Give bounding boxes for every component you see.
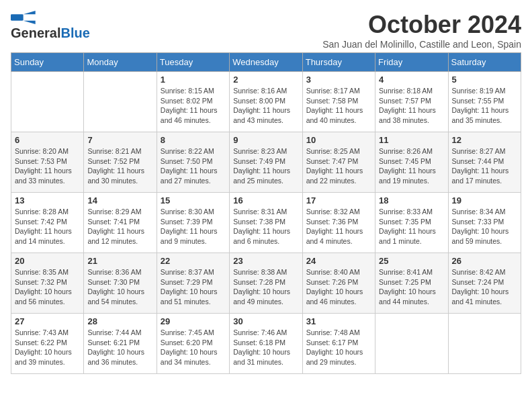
calendar-cell: 4Sunrise: 8:18 AM Sunset: 7:57 PM Daylig… <box>375 72 448 132</box>
day-number: 23 <box>233 256 298 266</box>
calendar-cell <box>448 314 521 374</box>
logo-icon <box>11 11 38 24</box>
day-info: Sunrise: 8:19 AM Sunset: 7:55 PM Dayligh… <box>452 86 517 126</box>
day-info: Sunrise: 8:23 AM Sunset: 7:49 PM Dayligh… <box>233 146 298 186</box>
day-number: 7 <box>87 135 152 145</box>
day-number: 30 <box>233 316 298 326</box>
calendar-cell: 22Sunrise: 8:37 AM Sunset: 7:29 PM Dayli… <box>157 253 229 314</box>
day-info: Sunrise: 8:38 AM Sunset: 7:28 PM Dayligh… <box>233 267 298 307</box>
day-info: Sunrise: 8:33 AM Sunset: 7:35 PM Dayligh… <box>379 207 444 246</box>
svg-marker-1 <box>24 11 36 14</box>
calendar-table: SundayMondayTuesdayWednesdayThursdayFrid… <box>11 52 521 374</box>
day-number: 26 <box>452 256 517 266</box>
day-info: Sunrise: 8:37 AM Sunset: 7:29 PM Dayligh… <box>161 267 226 307</box>
calendar-cell: 20Sunrise: 8:35 AM Sunset: 7:32 PM Dayli… <box>11 253 84 314</box>
day-info: Sunrise: 7:46 AM Sunset: 6:18 PM Dayligh… <box>233 328 298 367</box>
day-number: 27 <box>15 316 80 326</box>
day-number: 1 <box>161 75 226 85</box>
calendar-cell: 13Sunrise: 8:28 AM Sunset: 7:42 PM Dayli… <box>11 193 84 253</box>
calendar-cell: 6Sunrise: 8:20 AM Sunset: 7:53 PM Daylig… <box>11 132 84 193</box>
day-of-week-header: Monday <box>84 53 157 72</box>
day-number: 5 <box>452 75 517 85</box>
calendar-cell: 16Sunrise: 8:31 AM Sunset: 7:38 PM Dayli… <box>230 193 302 253</box>
calendar-cell: 26Sunrise: 8:42 AM Sunset: 7:24 PM Dayli… <box>448 253 521 314</box>
day-info: Sunrise: 7:44 AM Sunset: 6:21 PM Dayligh… <box>87 328 152 367</box>
day-of-week-header: Tuesday <box>157 53 229 72</box>
logo: GeneralBlue <box>11 11 90 41</box>
day-info: Sunrise: 8:32 AM Sunset: 7:36 PM Dayligh… <box>306 207 371 246</box>
calendar-cell: 30Sunrise: 7:46 AM Sunset: 6:18 PM Dayli… <box>230 314 302 374</box>
day-info: Sunrise: 8:30 AM Sunset: 7:39 PM Dayligh… <box>161 207 226 246</box>
day-info: Sunrise: 8:22 AM Sunset: 7:50 PM Dayligh… <box>161 146 226 186</box>
day-of-week-header: Thursday <box>302 53 375 72</box>
calendar-cell: 5Sunrise: 8:19 AM Sunset: 7:55 PM Daylig… <box>448 72 521 132</box>
month-title: October 2024 <box>322 11 521 39</box>
calendar-cell: 12Sunrise: 8:27 AM Sunset: 7:44 PM Dayli… <box>448 132 521 193</box>
day-info: Sunrise: 8:26 AM Sunset: 7:45 PM Dayligh… <box>379 146 444 186</box>
day-info: Sunrise: 8:31 AM Sunset: 7:38 PM Dayligh… <box>233 207 298 246</box>
calendar-cell: 1Sunrise: 8:15 AM Sunset: 8:02 PM Daylig… <box>157 72 229 132</box>
day-number: 12 <box>452 135 517 145</box>
day-number: 9 <box>233 135 298 145</box>
calendar-cell <box>84 72 157 132</box>
calendar-cell <box>375 314 448 374</box>
day-info: Sunrise: 8:42 AM Sunset: 7:24 PM Dayligh… <box>452 267 517 307</box>
day-of-week-header: Saturday <box>448 53 521 72</box>
calendar-cell: 7Sunrise: 8:21 AM Sunset: 7:52 PM Daylig… <box>84 132 157 193</box>
day-info: Sunrise: 8:29 AM Sunset: 7:41 PM Dayligh… <box>87 207 152 246</box>
calendar-cell: 10Sunrise: 8:25 AM Sunset: 7:47 PM Dayli… <box>302 132 375 193</box>
day-number: 15 <box>161 195 226 205</box>
calendar-cell <box>11 72 84 132</box>
day-info: Sunrise: 8:20 AM Sunset: 7:53 PM Dayligh… <box>15 146 80 186</box>
day-info: Sunrise: 7:48 AM Sunset: 6:17 PM Dayligh… <box>306 328 371 367</box>
calendar-cell: 2Sunrise: 8:16 AM Sunset: 8:00 PM Daylig… <box>230 72 302 132</box>
day-number: 29 <box>161 316 226 326</box>
day-number: 6 <box>15 135 80 145</box>
location-subtitle: San Juan del Molinillo, Castille and Leo… <box>322 39 521 50</box>
day-number: 11 <box>379 135 444 145</box>
day-info: Sunrise: 8:36 AM Sunset: 7:30 PM Dayligh… <box>87 267 152 307</box>
calendar-cell: 29Sunrise: 7:45 AM Sunset: 6:20 PM Dayli… <box>157 314 229 374</box>
day-info: Sunrise: 8:21 AM Sunset: 7:52 PM Dayligh… <box>87 146 152 186</box>
day-number: 20 <box>15 256 80 266</box>
day-number: 18 <box>379 195 444 205</box>
calendar-cell: 11Sunrise: 8:26 AM Sunset: 7:45 PM Dayli… <box>375 132 448 193</box>
day-info: Sunrise: 8:35 AM Sunset: 7:32 PM Dayligh… <box>15 267 80 307</box>
day-number: 13 <box>15 195 80 205</box>
day-number: 25 <box>379 256 444 266</box>
day-number: 3 <box>306 75 371 85</box>
day-number: 17 <box>306 195 371 205</box>
calendar-cell: 14Sunrise: 8:29 AM Sunset: 7:41 PM Dayli… <box>84 193 157 253</box>
day-info: Sunrise: 7:43 AM Sunset: 6:22 PM Dayligh… <box>15 328 80 367</box>
day-info: Sunrise: 8:28 AM Sunset: 7:42 PM Dayligh… <box>15 207 80 246</box>
calendar-cell: 17Sunrise: 8:32 AM Sunset: 7:36 PM Dayli… <box>302 193 375 253</box>
day-info: Sunrise: 8:41 AM Sunset: 7:25 PM Dayligh… <box>379 267 444 307</box>
calendar-cell: 19Sunrise: 8:34 AM Sunset: 7:33 PM Dayli… <box>448 193 521 253</box>
day-number: 14 <box>87 195 152 205</box>
day-number: 2 <box>233 75 298 85</box>
calendar-cell: 21Sunrise: 8:36 AM Sunset: 7:30 PM Dayli… <box>84 253 157 314</box>
day-number: 4 <box>379 75 444 85</box>
day-number: 31 <box>306 316 371 326</box>
page-header: GeneralBlue October 2024 San Juan del Mo… <box>11 11 521 50</box>
day-info: Sunrise: 8:15 AM Sunset: 8:02 PM Dayligh… <box>161 86 226 126</box>
day-info: Sunrise: 7:45 AM Sunset: 6:20 PM Dayligh… <box>161 328 226 367</box>
day-info: Sunrise: 8:18 AM Sunset: 7:57 PM Dayligh… <box>379 86 444 126</box>
day-number: 22 <box>161 256 226 266</box>
calendar-cell: 9Sunrise: 8:23 AM Sunset: 7:49 PM Daylig… <box>230 132 302 193</box>
calendar-cell: 31Sunrise: 7:48 AM Sunset: 6:17 PM Dayli… <box>302 314 375 374</box>
svg-marker-2 <box>24 21 36 24</box>
day-number: 8 <box>161 135 226 145</box>
svg-rect-0 <box>11 14 24 20</box>
day-info: Sunrise: 8:17 AM Sunset: 7:58 PM Dayligh… <box>306 86 371 126</box>
calendar-cell: 25Sunrise: 8:41 AM Sunset: 7:25 PM Dayli… <box>375 253 448 314</box>
calendar-cell: 8Sunrise: 8:22 AM Sunset: 7:50 PM Daylig… <box>157 132 229 193</box>
logo-general: General <box>11 26 60 41</box>
title-block: October 2024 San Juan del Molinillo, Cas… <box>322 11 521 50</box>
day-number: 16 <box>233 195 298 205</box>
logo-blue: Blue <box>60 26 89 41</box>
day-number: 10 <box>306 135 371 145</box>
day-number: 24 <box>306 256 371 266</box>
calendar-cell: 28Sunrise: 7:44 AM Sunset: 6:21 PM Dayli… <box>84 314 157 374</box>
calendar-cell: 27Sunrise: 7:43 AM Sunset: 6:22 PM Dayli… <box>11 314 84 374</box>
